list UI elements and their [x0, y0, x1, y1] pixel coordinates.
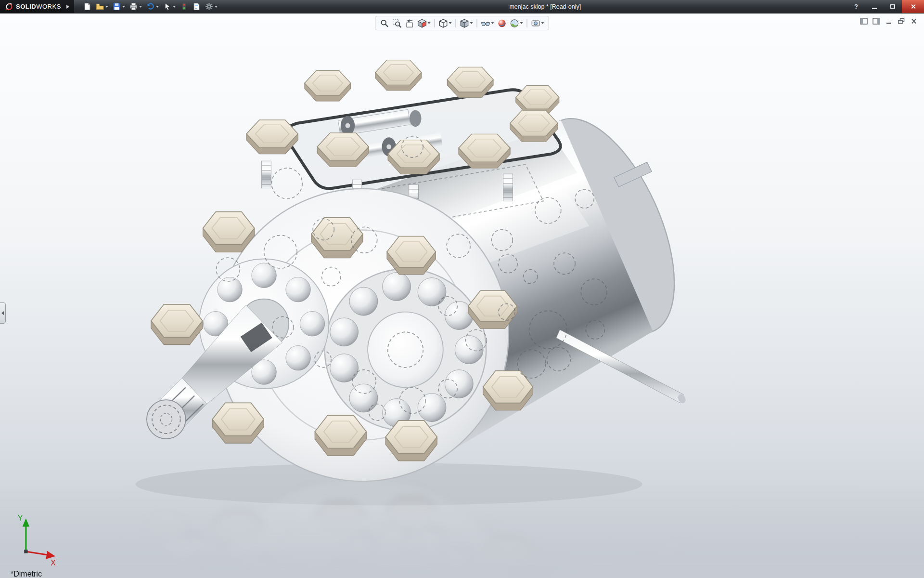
apply-scene-button[interactable] — [509, 17, 524, 29]
chevron-down-icon[interactable] — [173, 6, 176, 8]
section-view-icon — [418, 19, 427, 28]
titlebar: SOLIDWORKS menjac sklop * [Read-only] ? — [0, 0, 924, 13]
minimize-button[interactable] — [865, 0, 884, 13]
graphics-viewport[interactable]: Y X *Dimetric — [0, 13, 924, 578]
print-icon — [129, 2, 138, 11]
print-button[interactable] — [128, 1, 143, 12]
chevron-down-icon[interactable] — [470, 22, 473, 24]
solidworks-logo-icon — [5, 2, 13, 11]
open-button[interactable] — [94, 1, 110, 12]
close-button[interactable] — [902, 0, 924, 13]
zoom-to-fit-icon — [380, 19, 389, 28]
close-document-button[interactable] — [909, 16, 919, 26]
brand-text: SOLIDWORKS — [16, 3, 61, 10]
toolbar-separator — [477, 19, 477, 27]
view-orientation-icon — [439, 19, 448, 28]
chevron-down-icon[interactable] — [105, 6, 108, 8]
triad-x-label: X — [51, 559, 56, 567]
hide-show-items-button[interactable] — [480, 17, 495, 29]
zoom-to-fit-button[interactable] — [379, 17, 390, 29]
file-properties-icon — [192, 2, 201, 11]
toolbar-separator — [435, 19, 435, 27]
assembly-model[interactable] — [147, 60, 702, 482]
chevron-down-icon[interactable] — [491, 22, 494, 24]
open-icon — [96, 2, 104, 11]
heads-up-view-toolbar — [375, 16, 549, 30]
graphics-area[interactable]: Y X — [0, 13, 924, 578]
new-document-icon — [83, 2, 91, 11]
edit-appearance-button[interactable] — [497, 17, 508, 29]
section-view-button[interactable] — [417, 17, 432, 29]
chevron-down-icon[interactable] — [139, 6, 142, 8]
file-properties-button[interactable] — [191, 1, 202, 12]
undo-button[interactable] — [145, 1, 160, 12]
chevron-down-icon[interactable] — [156, 6, 159, 8]
minimize-document-button[interactable] — [884, 16, 894, 26]
chevron-down-icon[interactable] — [520, 22, 523, 24]
options-button[interactable] — [204, 1, 219, 12]
toggle-pane-left-button[interactable] — [859, 16, 869, 26]
toggle-pane-right-icon — [873, 18, 880, 25]
rebuild-icon — [180, 2, 188, 11]
rebuild-button[interactable] — [179, 1, 190, 12]
brand-regular: WORKS — [36, 3, 61, 10]
help-button[interactable]: ? — [847, 0, 865, 13]
window-title: menjac sklop * [Read-only] — [509, 0, 581, 13]
display-style-icon — [460, 19, 469, 28]
display-style-button[interactable] — [459, 17, 474, 29]
select-button[interactable] — [162, 1, 177, 12]
help-icon: ? — [854, 3, 858, 10]
triad-y-label: Y — [18, 514, 23, 522]
save-icon — [113, 2, 121, 11]
restore-document-button[interactable] — [896, 16, 907, 26]
menu-flyout-arrow-icon[interactable] — [66, 5, 69, 9]
minimize-document-icon — [885, 18, 893, 25]
edit-appearance-icon — [498, 19, 507, 28]
chevron-left-icon — [1, 311, 4, 315]
chevron-down-icon[interactable] — [428, 22, 431, 24]
previous-view-button[interactable] — [404, 17, 415, 29]
view-settings-button[interactable] — [530, 17, 545, 29]
zoom-to-area-button[interactable] — [392, 17, 403, 29]
save-button[interactable] — [111, 1, 127, 12]
minimize-icon — [872, 8, 877, 9]
task-pane-collapse-tab[interactable] — [0, 302, 6, 324]
standard-toolbar — [82, 1, 219, 12]
restore-icon — [890, 4, 895, 9]
document-window-controls — [859, 16, 919, 26]
close-icon — [911, 4, 916, 9]
toolbar-separator — [456, 19, 456, 27]
hide-show-items-icon — [481, 19, 490, 28]
toggle-pane-right-button[interactable] — [871, 16, 882, 26]
chevron-down-icon[interactable] — [215, 6, 218, 8]
view-settings-icon — [531, 19, 540, 28]
chevron-down-icon[interactable] — [122, 6, 125, 8]
view-orientation-label: *Dimetric — [11, 570, 42, 578]
apply-scene-icon — [510, 19, 519, 28]
solidworks-logo: SOLIDWORKS — [0, 0, 74, 13]
undo-icon — [146, 2, 154, 11]
restore-document-icon — [898, 18, 905, 25]
toggle-pane-left-icon — [860, 18, 868, 25]
toolbar-separator — [527, 19, 527, 27]
view-orientation-button[interactable] — [438, 17, 453, 29]
window-controls: ? — [847, 0, 924, 13]
options-icon — [205, 2, 213, 11]
zoom-to-area-icon — [393, 19, 402, 28]
select-icon — [163, 2, 171, 11]
close-document-icon — [910, 18, 918, 25]
new-document-button[interactable] — [82, 1, 93, 12]
chevron-down-icon[interactable] — [449, 22, 452, 24]
chevron-down-icon[interactable] — [541, 22, 544, 24]
restore-button[interactable] — [884, 0, 902, 13]
previous-view-icon — [405, 19, 414, 28]
brand-bold: SOLID — [16, 3, 36, 10]
center-ball-bearing[interactable] — [325, 269, 487, 431]
reflection-fade — [0, 479, 924, 578]
